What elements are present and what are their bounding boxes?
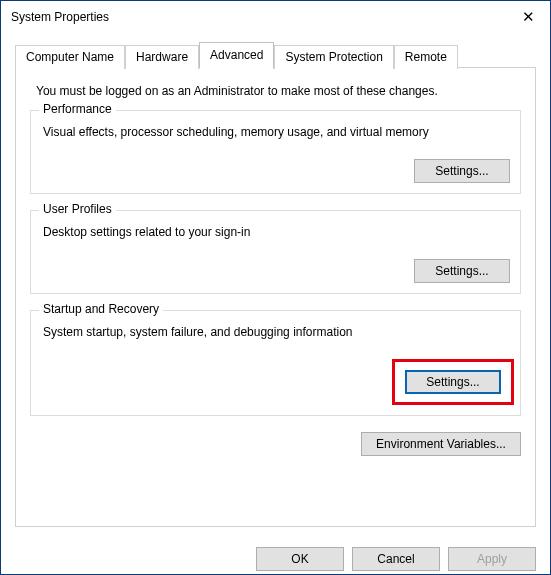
group-performance-buttons: Settings... <box>41 159 510 183</box>
group-startup-recovery: Startup and Recovery System startup, sys… <box>30 310 521 416</box>
environment-variables-button[interactable]: Environment Variables... <box>361 432 521 456</box>
tab-advanced[interactable]: Advanced <box>199 42 274 69</box>
group-performance-legend: Performance <box>39 102 116 116</box>
group-user-profiles-legend: User Profiles <box>39 202 116 216</box>
tab-computer-name[interactable]: Computer Name <box>15 45 125 69</box>
group-performance-desc: Visual effects, processor scheduling, me… <box>43 125 510 139</box>
highlight-box: Settings... <box>392 359 514 405</box>
titlebar: System Properties ✕ <box>1 1 550 33</box>
tab-hardware[interactable]: Hardware <box>125 45 199 69</box>
performance-settings-button[interactable]: Settings... <box>414 159 510 183</box>
tabstrip: Computer Name Hardware Advanced System P… <box>15 43 536 68</box>
group-performance: Performance Visual effects, processor sc… <box>30 110 521 194</box>
user-profiles-settings-button[interactable]: Settings... <box>414 259 510 283</box>
startup-recovery-settings-button[interactable]: Settings... <box>405 370 501 394</box>
window-title: System Properties <box>11 10 109 24</box>
dialog-content: Computer Name Hardware Advanced System P… <box>1 33 550 537</box>
tab-system-protection[interactable]: System Protection <box>274 45 393 69</box>
close-button[interactable]: ✕ <box>506 1 550 33</box>
group-user-profiles: User Profiles Desktop settings related t… <box>30 210 521 294</box>
group-startup-recovery-legend: Startup and Recovery <box>39 302 163 316</box>
ok-button[interactable]: OK <box>256 547 344 571</box>
tab-panel-advanced: You must be logged on as an Administrato… <box>15 67 536 527</box>
dialog-buttons: OK Cancel Apply <box>1 537 550 575</box>
group-user-profiles-buttons: Settings... <box>41 259 510 283</box>
apply-button[interactable]: Apply <box>448 547 536 571</box>
tab-remote[interactable]: Remote <box>394 45 458 69</box>
cancel-button[interactable]: Cancel <box>352 547 440 571</box>
group-startup-recovery-desc: System startup, system failure, and debu… <box>43 325 510 339</box>
group-user-profiles-desc: Desktop settings related to your sign-in <box>43 225 510 239</box>
intro-text: You must be logged on as an Administrato… <box>36 84 521 98</box>
group-startup-recovery-buttons: Settings... <box>41 359 510 405</box>
env-vars-row: Environment Variables... <box>30 432 521 456</box>
close-icon: ✕ <box>522 8 535 26</box>
